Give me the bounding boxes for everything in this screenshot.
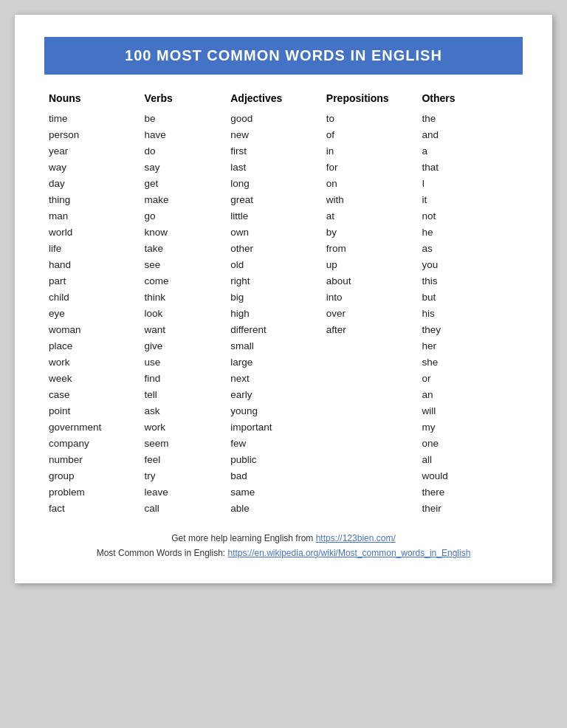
table-cell: at [322, 207, 418, 224]
table-row: mangolittleatnot [44, 207, 523, 224]
footer-line1: Get more help learning English from [171, 533, 315, 543]
table-cell: day [44, 175, 140, 191]
table-cell: large [226, 354, 322, 370]
table-cell: few [226, 435, 322, 451]
table-row: childthinkbigintobut [44, 289, 523, 305]
table-row: timebegoodtothe [44, 110, 523, 126]
table-cell: all [417, 451, 523, 467]
table-cell: company [44, 435, 140, 451]
table-cell: by [322, 224, 418, 240]
table-cell: right [226, 272, 322, 289]
table-cell: I [417, 175, 523, 191]
table-cell: say [140, 159, 227, 175]
footer-link2[interactable]: https://en.wikipedia.org/wiki/Most_commo… [228, 548, 471, 558]
table-cell: work [140, 419, 227, 435]
page-title: 100 MOST COMMON WORDS IN ENGLISH [44, 37, 523, 75]
table-cell: look [140, 305, 227, 321]
table-row: worldknowownbyhe [44, 224, 523, 240]
table-cell: go [140, 207, 227, 224]
col-header-others: Others [417, 89, 523, 110]
table-cell: important [226, 419, 322, 435]
table-cell: one [417, 435, 523, 451]
table-cell: small [226, 337, 322, 354]
table-cell [322, 402, 418, 419]
table-cell: the [417, 110, 523, 126]
table-cell: bad [226, 467, 322, 484]
table-cell: able [226, 500, 322, 516]
table-cell: case [44, 386, 140, 402]
table-cell: other [226, 240, 322, 256]
table-cell: year [44, 142, 140, 159]
table-cell: call [140, 500, 227, 516]
table-cell: would [417, 467, 523, 484]
table-cell: up [322, 256, 418, 272]
table-cell: find [140, 370, 227, 386]
table-row: casetellearlyan [44, 386, 523, 402]
table-cell: to [322, 110, 418, 126]
table-cell: into [322, 289, 418, 305]
table-cell: different [226, 321, 322, 337]
table-cell: place [44, 337, 140, 354]
table-cell: as [417, 240, 523, 256]
table-row: waysaylastforthat [44, 159, 523, 175]
table-cell: ask [140, 402, 227, 419]
table-cell: or [417, 370, 523, 386]
table-cell [322, 337, 418, 354]
table-cell [322, 435, 418, 451]
footer: Get more help learning English from http… [44, 531, 523, 561]
table-cell: good [226, 110, 322, 126]
table-cell: person [44, 126, 140, 142]
table-row: factcallabletheir [44, 500, 523, 516]
table-row: grouptrybadwould [44, 467, 523, 484]
table-cell: point [44, 402, 140, 419]
table-cell: will [417, 402, 523, 419]
table-cell: they [417, 321, 523, 337]
table-cell: eye [44, 305, 140, 321]
col-header-prepositions: Prepositions [322, 89, 418, 110]
table-cell: of [322, 126, 418, 142]
table-cell: new [226, 126, 322, 142]
table-cell [322, 484, 418, 500]
table-cell: her [417, 337, 523, 354]
table-cell: work [44, 354, 140, 370]
table-row: womanwantdifferentafterthey [44, 321, 523, 337]
table-row: lifetakeotherfromas [44, 240, 523, 256]
table-cell: own [226, 224, 322, 240]
table-cell: hand [44, 256, 140, 272]
table-cell [322, 354, 418, 370]
footer-link1[interactable]: https://123bien.com/ [316, 533, 396, 543]
table-cell: big [226, 289, 322, 305]
table-cell: you [417, 256, 523, 272]
table-row: thingmakegreatwithit [44, 191, 523, 207]
table-row: numberfeelpublicall [44, 451, 523, 467]
table-cell: his [417, 305, 523, 321]
footer-line2: Most Common Words in English: [97, 548, 228, 558]
table-row: yeardofirstina [44, 142, 523, 159]
table-cell [322, 467, 418, 484]
table-cell: tell [140, 386, 227, 402]
table-cell: after [322, 321, 418, 337]
table-cell: an [417, 386, 523, 402]
table-cell: first [226, 142, 322, 159]
table-cell: come [140, 272, 227, 289]
table-row: governmentworkimportantmy [44, 419, 523, 435]
table-cell [322, 500, 418, 516]
table-row: partcomerightaboutthis [44, 272, 523, 289]
table-cell: from [322, 240, 418, 256]
table-cell: she [417, 354, 523, 370]
table-cell: see [140, 256, 227, 272]
table-row: workuselargeshe [44, 354, 523, 370]
table-cell [322, 386, 418, 402]
table-cell: world [44, 224, 140, 240]
table-cell: man [44, 207, 140, 224]
table-row: companyseemfewone [44, 435, 523, 451]
table-cell: problem [44, 484, 140, 500]
table-cell: life [44, 240, 140, 256]
table-cell: woman [44, 321, 140, 337]
table-row: daygetlongonI [44, 175, 523, 191]
table-row: placegivesmallher [44, 337, 523, 354]
table-cell: my [417, 419, 523, 435]
table-cell: seem [140, 435, 227, 451]
table-row: problemleavesamethere [44, 484, 523, 500]
table-cell: about [322, 272, 418, 289]
